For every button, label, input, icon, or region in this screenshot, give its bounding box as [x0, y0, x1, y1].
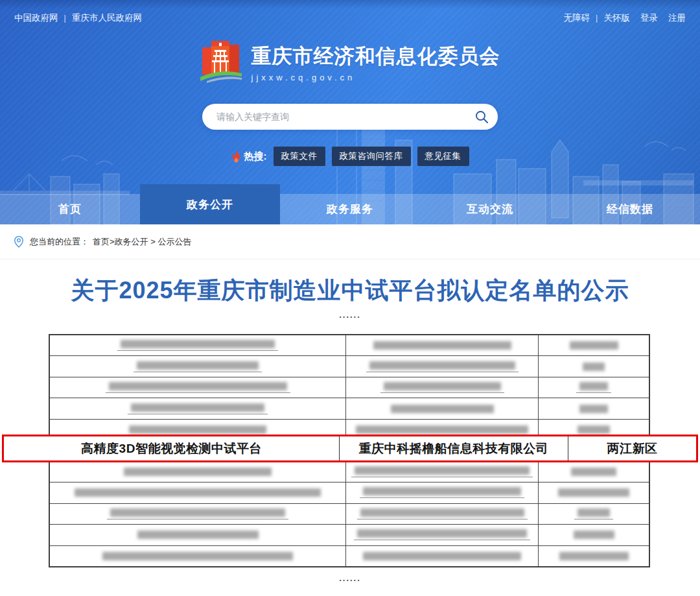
table-cell: [539, 356, 649, 376]
redacted-underline: [351, 477, 533, 477]
care-version-link[interactable]: 关怀版: [604, 13, 631, 23]
redacted-underline: [134, 372, 262, 372]
table-row: [50, 483, 649, 503]
tab-home[interactable]: 首页: [0, 194, 140, 224]
redacted-underline: [106, 392, 290, 393]
table-cell: [346, 546, 539, 566]
table-cell: [50, 462, 346, 482]
table-cell: [539, 483, 649, 503]
breadcrumb: 您当前的位置： 首页>政务公开 > 公示公告: [0, 224, 700, 259]
table-row: [50, 504, 649, 525]
redacted-text: [578, 425, 610, 434]
link-cq-gov[interactable]: 重庆市人民政府网: [72, 13, 142, 23]
flame-icon: [231, 150, 241, 163]
redacted-text: [369, 361, 515, 370]
table-cell: [539, 525, 649, 545]
table-row: [50, 398, 649, 419]
breadcrumb-path[interactable]: 首页>政务公开 > 公示公告: [93, 236, 191, 248]
redacted-text: [559, 552, 629, 560]
redacted-text: [124, 468, 272, 476]
redacted-text: [391, 405, 494, 413]
login-link[interactable]: 登录: [640, 13, 658, 23]
highlighted-row: 高精度3D智能视觉检测中试平台 重庆中科摇橹船信息科技有限公司 两江新区: [2, 435, 698, 462]
redacted-text: [137, 530, 259, 539]
brand-text: 重庆市经济和信息化委员会 jjxxw.cq.gov.cn: [251, 37, 500, 82]
ellipsis-bottom: ......: [0, 573, 700, 583]
site-title: 重庆市经济和信息化委员会: [251, 45, 500, 68]
redacted-text: [558, 488, 629, 497]
table-row: [50, 462, 649, 483]
redacted-underline: [107, 519, 288, 519]
tab-gov-services[interactable]: 政务服务: [280, 194, 420, 224]
table-cell: [539, 398, 649, 418]
redacted-text: [102, 552, 293, 560]
redacted-underline: [380, 392, 504, 393]
register-link[interactable]: 注册: [668, 13, 686, 23]
table-row: [50, 546, 649, 566]
location-pin-icon: [13, 235, 25, 248]
search-button[interactable]: [474, 110, 489, 124]
tab-gov-disclosure[interactable]: 政务公开: [140, 184, 280, 224]
ellipsis-top: ......: [0, 310, 700, 320]
main-nav: 首页 政务公开 政务服务 互动交流 经信数据: [0, 194, 700, 224]
tab-interaction[interactable]: 互动交流: [420, 194, 560, 224]
highlight-company-name: 重庆中科摇橹船信息科技有限公司: [340, 436, 568, 460]
table-cell: [539, 377, 649, 398]
table-cell: [346, 398, 539, 418]
redacted-text: [75, 488, 321, 497]
redacted-underline: [360, 497, 524, 498]
redacted-text: [110, 508, 285, 517]
redacted-underline: [357, 519, 528, 519]
hot-search-item-opinion[interactable]: 意见征集: [417, 147, 469, 166]
utility-bar: 中国政府网|重庆市人民政府网 无障碍|关怀版登录注册: [0, 0, 700, 24]
hot-search-label: 热搜:: [231, 150, 267, 163]
separator: |: [596, 13, 598, 23]
table-cell: [50, 504, 346, 524]
redacted-text: [373, 341, 511, 350]
redacted-underline: [366, 372, 519, 372]
redacted-text: [131, 403, 264, 412]
highlight-platform-name: 高精度3D智能视觉检测中试平台: [4, 436, 340, 460]
breadcrumb-label: 您当前的位置：: [30, 236, 89, 248]
redacted-text: [357, 529, 527, 538]
redacted-text: [363, 487, 521, 495]
gov-links: 中国政府网|重庆市人民政府网: [14, 12, 142, 24]
redacted-underline: [128, 414, 268, 414]
site-header: 中国政府网|重庆市人民政府网 无障碍|关怀版登录注册: [0, 0, 700, 224]
redacted-text: [129, 425, 266, 434]
table-cell: [346, 377, 539, 398]
link-china-gov[interactable]: 中国政府网: [14, 13, 58, 23]
table-cell: [346, 462, 539, 482]
redacted-text: [137, 361, 259, 370]
table-cell: [50, 398, 346, 418]
search-input[interactable]: [215, 111, 474, 123]
separator: |: [64, 13, 67, 23]
redacted-text: [583, 363, 605, 371]
hot-search-item-policy-files[interactable]: 政策文件: [274, 147, 325, 166]
redacted-text: [574, 530, 614, 539]
table-cell: [346, 335, 539, 355]
search-icon: [474, 110, 489, 124]
redacted-underline: [576, 392, 611, 393]
hot-search-item-policy-qa[interactable]: 政策咨询问答库: [332, 147, 411, 166]
accessibility-link[interactable]: 无障碍: [563, 13, 590, 23]
table-cell: [539, 335, 649, 355]
redacted-text: [121, 340, 275, 348]
table-cell: [346, 504, 539, 524]
table-cell: [50, 335, 346, 355]
table-row: [50, 335, 649, 356]
page-title: 关于2025年重庆市制造业中试平台拟认定名单的公示: [0, 275, 700, 307]
redacted-text: [570, 341, 618, 350]
hot-search: 热搜: 政策文件 政策咨询问答库 意见征集: [0, 147, 700, 166]
redacted-text: [579, 382, 608, 390]
redacted-text: [579, 405, 608, 413]
redacted-underline: [354, 540, 530, 540]
user-links: 无障碍|关怀版登录注册: [563, 12, 686, 24]
redacted-text: [360, 508, 524, 517]
tab-industry-data[interactable]: 经信数据: [560, 194, 700, 224]
table-cell: [50, 356, 346, 376]
hot-search-text: 热搜:: [244, 150, 267, 163]
table-row: [50, 356, 649, 377]
table-cell: [346, 356, 539, 376]
table-cell: [346, 483, 539, 503]
